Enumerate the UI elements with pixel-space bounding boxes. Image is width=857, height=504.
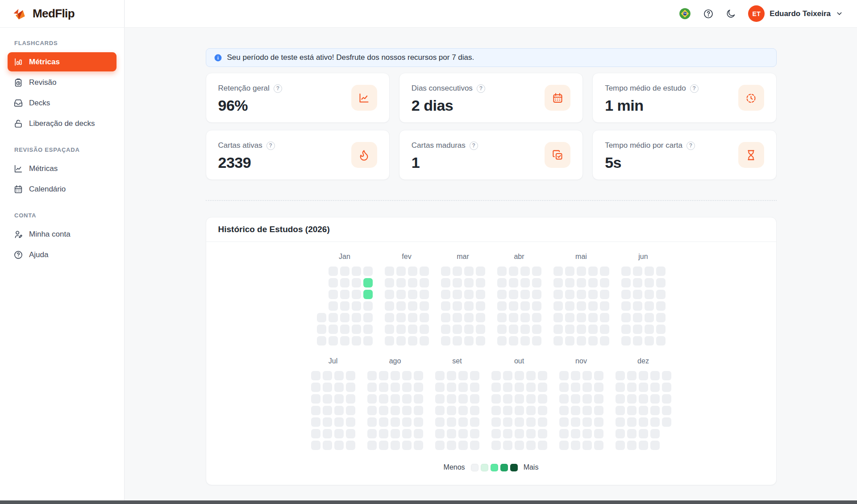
heatmap-cell — [491, 394, 501, 404]
sidebar-item-decks[interactable]: Decks — [8, 93, 116, 112]
help-button[interactable] — [703, 8, 714, 19]
metric-card: Cartas ativas?2339 — [206, 130, 390, 180]
sidebar-item-métricas[interactable]: Métricas — [8, 52, 116, 71]
heatmap-cell — [408, 301, 417, 311]
heatmap-cell — [385, 336, 394, 346]
heatmap-month-abr: abr — [497, 253, 541, 346]
heatmap-cell — [627, 429, 637, 438]
unlock-icon — [13, 119, 23, 129]
heatmap-legend: Menos Mais — [444, 463, 539, 471]
metric-help-icon[interactable]: ? — [266, 142, 275, 150]
heatmap-cell — [553, 336, 563, 346]
heatmap-cell — [616, 429, 625, 438]
heatmap-cell — [311, 441, 320, 450]
heatmap-cell — [476, 313, 485, 322]
heatmap-cell — [323, 383, 332, 392]
heatmap-cell — [396, 267, 406, 276]
study-history-card: Histórico de Estudos (2026) Janfevmarabr… — [206, 217, 777, 485]
heatmap-month-dez: dez — [616, 357, 671, 450]
heatmap-cell — [317, 313, 326, 322]
sidebar-item-métricas[interactable]: Métricas — [8, 159, 116, 178]
heatmap-cell — [639, 394, 648, 404]
heatmap-cell — [497, 313, 507, 322]
heatmap-cell — [385, 267, 394, 276]
heatmap-cell — [458, 429, 468, 438]
heatmap-cell — [565, 325, 574, 334]
heatmap-cell — [520, 278, 530, 287]
sidebar-nav: FLASHCARDSMétricasRevisãoDecksLiberação … — [0, 28, 124, 264]
heatmap-cell — [538, 429, 547, 438]
heatmap-cell — [453, 313, 462, 322]
heatmap-cell — [329, 278, 338, 287]
heatmap-cell — [334, 394, 344, 404]
sidebar-item-calendário[interactable]: Calendário — [8, 179, 116, 199]
metric-help-icon[interactable]: ? — [686, 142, 695, 150]
heatmap-cell — [627, 406, 637, 415]
nav-section-title: CONTA — [0, 200, 124, 223]
heatmap-cell — [594, 417, 603, 427]
heatmap-cell — [311, 383, 320, 392]
heatmap-cell — [497, 336, 507, 346]
heatmap-cell — [582, 417, 592, 427]
heatmap-cell — [396, 313, 406, 322]
heatmap-cell — [520, 267, 530, 276]
heatmap-cell — [559, 371, 569, 380]
sidebar-item-liberação-de-decks[interactable]: Liberação de decks — [8, 114, 116, 133]
heatmap-cell — [565, 278, 574, 287]
app-logo[interactable]: MedFlip — [0, 0, 124, 28]
bar-chart-icon — [13, 57, 23, 67]
heatmap-cell — [346, 441, 355, 450]
heatmap-cell — [627, 371, 637, 380]
heatmap-cell — [509, 290, 518, 299]
heatmap-cell — [559, 406, 569, 415]
sidebar-item-minha-conta[interactable]: Minha conta — [8, 225, 116, 244]
heatmap-cell — [639, 406, 648, 415]
sidebar-item-revisão[interactable]: Revisão — [8, 73, 116, 92]
metric-label: Cartas maduras — [412, 141, 466, 150]
heatmap-cell — [367, 394, 377, 404]
sidebar-item-ajuda[interactable]: Ajuda — [8, 245, 116, 264]
month-label: nov — [575, 357, 587, 365]
language-flag-button[interactable] — [679, 8, 691, 20]
metric-help-icon[interactable]: ? — [470, 142, 478, 150]
heatmap-cell — [559, 394, 569, 404]
heatmap-cell — [582, 383, 592, 392]
heatmap-cell — [420, 336, 429, 346]
heatmap-cell — [476, 278, 485, 287]
heatmap-cell — [656, 313, 666, 322]
heatmap-cell — [391, 441, 400, 450]
heatmap-cell — [334, 417, 344, 427]
heatmap-cell — [367, 417, 377, 427]
heatmap-cell — [470, 406, 479, 415]
heatmap-cell — [571, 394, 580, 404]
heatmap-cell — [470, 394, 479, 404]
metric-card: Tempo médio por carta?5s — [592, 130, 776, 180]
heatmap-cell — [621, 301, 631, 311]
heatmap-cell — [515, 406, 524, 415]
medflip-logo-icon — [12, 6, 28, 22]
heatmap-cell — [645, 278, 654, 287]
heatmap-cell — [340, 325, 349, 334]
heatmap-cell — [503, 429, 512, 438]
heatmap-cell — [414, 441, 423, 450]
heatmap-cell — [503, 371, 512, 380]
heatmap-month-nov: nov — [559, 357, 603, 450]
app-title: MedFlip — [33, 7, 75, 21]
heatmap-cell — [509, 336, 518, 346]
heatmap-cell — [538, 441, 547, 450]
user-menu[interactable]: ET Eduardo Teixeira — [748, 5, 843, 22]
heatmap-cell — [420, 325, 429, 334]
heatmap-cell — [453, 290, 462, 299]
heatmap-cell — [565, 290, 574, 299]
heatmap-cell — [577, 267, 586, 276]
heatmap-cell — [616, 371, 625, 380]
metric-help-icon[interactable]: ? — [274, 84, 282, 93]
heatmap-cell — [600, 267, 609, 276]
metric-help-icon[interactable]: ? — [477, 84, 485, 93]
heatmap-cell — [367, 429, 377, 438]
heatmap-cell — [447, 394, 456, 404]
month-label: Jan — [339, 253, 350, 261]
metric-help-icon[interactable]: ? — [690, 84, 699, 93]
heatmap-cell — [323, 417, 332, 427]
dark-mode-toggle[interactable] — [726, 8, 736, 19]
